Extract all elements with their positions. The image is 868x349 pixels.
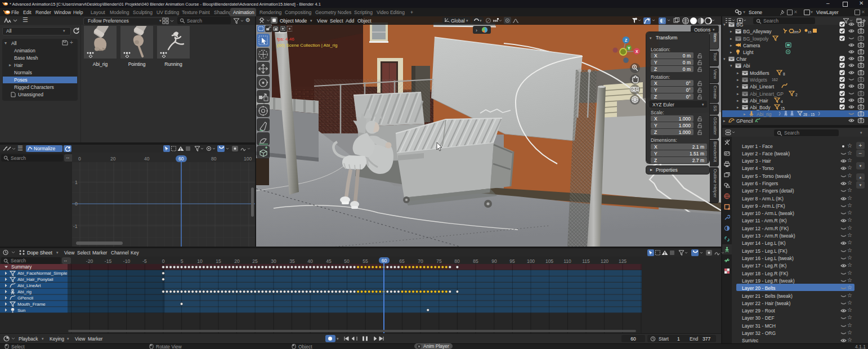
svg-text:Z: Z <box>625 38 628 42</box>
svg-text:15: 15 <box>808 30 812 34</box>
svg-text:Y: Y <box>628 46 630 50</box>
svg-text:162: 162 <box>772 78 778 82</box>
svg-text:15: 15 <box>781 106 785 110</box>
svg-text:X: X <box>636 50 638 53</box>
svg-text:285: 285 <box>793 30 799 34</box>
svg-text:28 - 15: 28 - 15 <box>803 113 815 117</box>
svg-text:8: 8 <box>783 72 785 76</box>
svg-text:2: 2 <box>795 93 798 97</box>
svg-text:›: › <box>476 28 477 33</box>
svg-text:4: 4 <box>781 100 783 104</box>
